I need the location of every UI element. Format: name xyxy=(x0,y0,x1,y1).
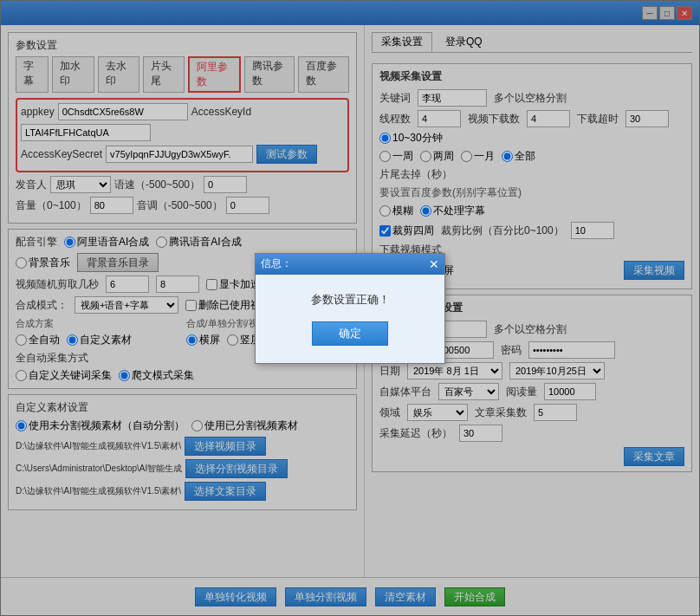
modal-message: 参数设置正确！ xyxy=(282,292,418,308)
modal-box: 信息： ✕ 参数设置正确！ 确定 xyxy=(255,253,445,364)
modal-close-button[interactable]: ✕ xyxy=(429,258,439,270)
modal-overlay: 信息： ✕ 参数设置正确！ 确定 xyxy=(0,0,700,616)
modal-title-bar: 信息： ✕ xyxy=(256,254,444,275)
modal-confirm-button[interactable]: 确定 xyxy=(312,321,388,346)
modal-body: 参数设置正确！ 确定 xyxy=(256,275,444,363)
modal-title: 信息： xyxy=(261,256,292,271)
